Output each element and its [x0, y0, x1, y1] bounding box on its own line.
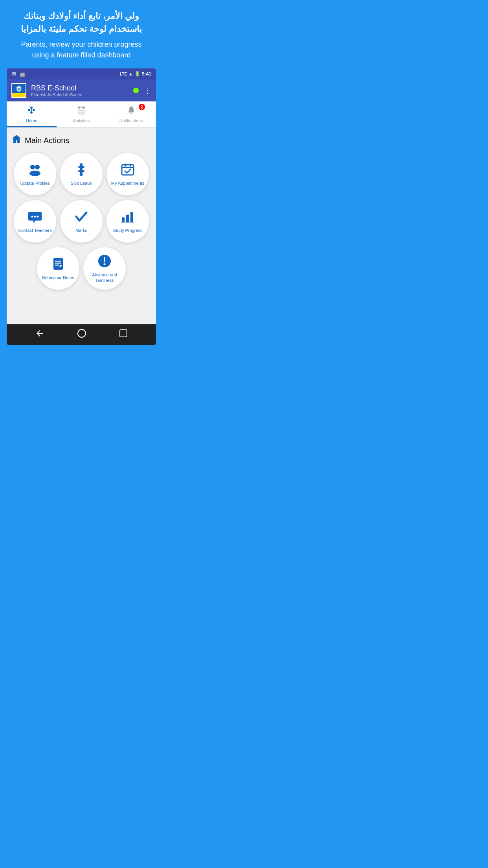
app-subtitle: Flourish Al-Saled Al-Saeed [31, 92, 128, 97]
lte-indicator: LTE [120, 72, 127, 76]
my-appointments-button[interactable]: My Appointments [106, 153, 149, 195]
behaviour-notes-label: Behaviour Notes [42, 275, 74, 280]
svg-rect-37 [55, 263, 61, 264]
svg-point-7 [30, 111, 33, 114]
svg-point-6 [33, 109, 35, 111]
update-profiles-button[interactable]: Update Profiles [14, 153, 56, 195]
svg-rect-38 [55, 265, 59, 266]
svg-rect-12 [78, 112, 85, 112]
behaviour-notes-button[interactable]: Behaviour Notes [37, 247, 79, 290]
svg-rect-32 [126, 215, 129, 222]
absence-tardiness-label: Absence and Tardiness [87, 272, 122, 283]
contact-teachers-button[interactable]: Contact Teachers [14, 200, 56, 243]
svg-rect-22 [78, 170, 84, 172]
svg-point-29 [34, 215, 36, 217]
status-bar-left: ✉ 🤖 [11, 71, 26, 77]
svg-rect-24 [122, 165, 134, 175]
main-content: Main Actions Update Profiles [7, 128, 156, 324]
actions-row-1: Update Profiles Sick Leave [11, 153, 151, 195]
section-title-icon [11, 134, 22, 147]
svg-point-30 [37, 215, 39, 217]
svg-rect-43 [120, 330, 127, 337]
sick-leave-button[interactable]: Sick Leave [60, 153, 103, 195]
tab-activities[interactable]: Activities [57, 101, 106, 127]
time-display: 9:41 [142, 71, 151, 77]
svg-rect-36 [55, 261, 61, 262]
study-progress-icon [121, 210, 135, 226]
status-bar-right: LTE ▲ 🔋 9:41 [120, 71, 151, 77]
svg-text:RBS: RBS [16, 88, 23, 91]
home-tab-icon [27, 105, 36, 117]
absence-tardiness-icon [97, 254, 112, 270]
more-menu-button[interactable]: ⋮ [143, 86, 151, 95]
back-button[interactable] [35, 329, 44, 340]
svg-rect-26 [125, 164, 126, 167]
svg-rect-31 [122, 217, 125, 222]
svg-point-19 [29, 171, 40, 176]
tab-home[interactable]: Home [7, 101, 57, 127]
phone-frame: ✉ 🤖 LTE ▲ 🔋 9:41 RBS RBS E-School Flouri… [7, 68, 156, 345]
svg-rect-33 [130, 212, 133, 222]
status-bar: ✉ 🤖 LTE ▲ 🔋 9:41 [7, 68, 156, 79]
recents-button[interactable] [119, 329, 128, 340]
mail-icon: ✉ [11, 71, 16, 77]
contact-teachers-label: Contact Teachers [18, 228, 51, 233]
my-appointments-icon [121, 162, 135, 178]
home-button[interactable] [77, 329, 86, 340]
svg-rect-9 [78, 107, 81, 108]
activities-tab-label: Activities [73, 118, 90, 123]
marks-icon [74, 210, 88, 226]
marks-label: Marks [75, 228, 87, 233]
svg-rect-11 [78, 110, 85, 110]
svg-point-8 [31, 109, 32, 111]
tab-notifications[interactable]: 2 Notifications [106, 101, 156, 127]
svg-point-4 [28, 109, 30, 111]
online-indicator [133, 88, 139, 93]
notifications-tab-icon [127, 105, 136, 117]
promo-arabic-text: ولي الأمر، تابع أداء أولادك وبناتكباستخد… [8, 9, 155, 35]
sick-leave-label: Sick Leave [71, 181, 92, 186]
svg-rect-35 [53, 258, 63, 270]
promo-english-text: Parents, review your children progressus… [8, 39, 155, 61]
sick-leave-icon [74, 162, 88, 178]
svg-point-5 [30, 107, 33, 109]
actions-row-2: Contact Teachers Marks [11, 200, 151, 243]
battery-icon: 🔋 [134, 71, 140, 77]
marks-button[interactable]: Marks [60, 200, 103, 243]
study-progress-button[interactable]: Study Progress [106, 200, 149, 243]
absence-tardiness-button[interactable]: Absence and Tardiness [83, 247, 126, 290]
actions-row-3: Behaviour Notes Absence and Tardiness [11, 247, 151, 290]
svg-rect-25 [122, 167, 134, 168]
actions-grid: Update Profiles Sick Leave [11, 153, 151, 290]
svg-rect-27 [130, 164, 131, 167]
svg-rect-40 [104, 257, 105, 262]
svg-point-23 [80, 174, 83, 176]
svg-point-17 [30, 165, 35, 169]
app-title-area: RBS E-School Flourish Al-Saled Al-Saeed [31, 84, 128, 97]
svg-rect-1 [12, 93, 26, 97]
bottom-nav [7, 324, 156, 345]
tab-bar: Home Activities 2 Notifications [7, 101, 156, 128]
behaviour-notes-icon [51, 257, 65, 273]
svg-point-28 [31, 215, 33, 217]
section-title: Main Actions [11, 134, 151, 147]
contact-teachers-icon [28, 210, 42, 226]
notifications-badge: 2 [139, 104, 145, 110]
update-profiles-label: Update Profiles [20, 181, 50, 186]
app-header: RBS RBS E-School Flourish Al-Saled Al-Sa… [7, 79, 156, 101]
svg-rect-13 [78, 114, 85, 114]
header-actions: ⋮ [133, 86, 151, 95]
study-progress-label: Study Progress [113, 228, 142, 233]
app-logo: RBS [11, 83, 26, 98]
svg-point-41 [104, 263, 106, 265]
svg-rect-10 [82, 107, 85, 108]
my-appointments-label: My Appointments [111, 181, 144, 186]
svg-point-18 [35, 165, 40, 169]
app-title: RBS E-School [31, 84, 128, 92]
logo-emblem: RBS [12, 84, 26, 97]
activities-tab-icon [77, 105, 86, 117]
notifications-tab-label: Notifications [119, 118, 143, 123]
section-title-text: Main Actions [25, 136, 69, 145]
signal-icon: ▲ [128, 72, 133, 76]
svg-rect-21 [78, 166, 84, 168]
